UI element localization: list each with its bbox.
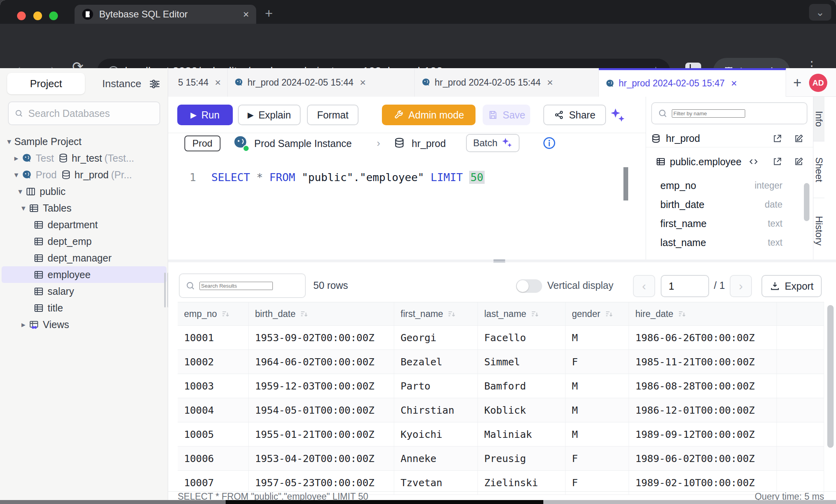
caret-down-icon[interactable]: ▾	[18, 203, 29, 213]
table-row[interactable]: 100021964-06-02T00:00:00ZBezalelSimmelF1…	[178, 350, 824, 374]
column-header[interactable]: gender	[566, 302, 629, 325]
tree-item-hr-test[interactable]: ▸ Test hr_test (Test...	[0, 150, 168, 166]
page-number-field[interactable]	[661, 275, 709, 297]
column-filter[interactable]	[651, 102, 807, 124]
column-header[interactable]: emp_no	[178, 302, 249, 325]
cell[interactable]: M	[566, 326, 629, 349]
tab-project[interactable]: Project	[7, 73, 85, 94]
sort-icon[interactable]	[447, 309, 456, 319]
cell[interactable]: M	[566, 422, 629, 446]
tree-item-table-salary[interactable]: salary	[0, 283, 168, 300]
filter-settings-icon[interactable]	[148, 78, 161, 90]
vertical-display-toggle[interactable]	[516, 279, 542, 293]
edit-icon[interactable]	[794, 134, 804, 144]
table-row[interactable]: 100051955-01-21T00:00:00ZKyoichiMaliniak…	[178, 422, 824, 447]
cell[interactable]: 1986-08-28T00:00:00Z	[629, 374, 777, 398]
browser-tab[interactable]: Bytebase SQL Editor ×	[75, 5, 256, 24]
database-search-input[interactable]	[27, 107, 159, 120]
format-button[interactable]: Format	[307, 105, 359, 125]
tree-item-hr-prod[interactable]: ▾ Prod hr_prod (Pr...	[0, 166, 168, 183]
column-row[interactable]: last_name text	[646, 233, 813, 252]
cell[interactable]: 1959-12-03T00:00:00Z	[249, 374, 394, 398]
cell[interactable]: 10001	[178, 326, 249, 349]
info-icon[interactable]	[543, 136, 556, 150]
cell[interactable]: Bezalel	[394, 350, 478, 374]
cell[interactable]: 1953-09-02T00:00:00Z	[249, 326, 394, 349]
next-page-button[interactable]: ›	[730, 275, 752, 297]
page-number-input[interactable]	[668, 280, 708, 292]
run-button[interactable]: ▶ Run	[177, 105, 233, 125]
cell[interactable]: 1986-06-26T00:00:00Z	[629, 326, 777, 349]
share-button[interactable]: Share	[543, 105, 606, 125]
cell[interactable]: Tzvetan	[394, 471, 478, 494]
cell[interactable]: M	[566, 398, 629, 422]
caret-down-icon[interactable]: ▾	[11, 170, 21, 179]
results-search[interactable]	[179, 273, 306, 298]
editor-tab-1[interactable]: 5 15:44 ×	[168, 68, 228, 97]
tree-item-views-group[interactable]: ▸ Views	[0, 316, 168, 333]
cell[interactable]: 1989-09-12T00:00:00Z	[629, 422, 777, 446]
editor-tab-4-active[interactable]: hr_prod 2024-02-05 15:47 ×	[599, 68, 786, 97]
tree-item-schema-public[interactable]: ▾ public	[0, 183, 168, 200]
column-header[interactable]: birth_date	[249, 302, 394, 325]
column-header[interactable]: last_name	[478, 302, 566, 325]
cell[interactable]: M	[566, 374, 629, 398]
column-filter-input[interactable]	[672, 109, 745, 118]
cell[interactable]: 1953-04-20T00:00:00Z	[249, 447, 394, 470]
export-button[interactable]: Export	[761, 275, 822, 297]
instance-name[interactable]: Prod Sample Instance	[254, 138, 352, 149]
panel-splitter[interactable]	[168, 260, 836, 262]
minimize-window-button[interactable]	[33, 11, 42, 20]
close-window-button[interactable]	[17, 11, 26, 20]
cell[interactable]: Facello	[478, 326, 566, 349]
results-scrollbar[interactable]	[827, 305, 834, 448]
ai-sparkle-icon[interactable]	[610, 108, 625, 124]
cell[interactable]: 1954-05-01T00:00:00Z	[249, 398, 394, 422]
cell[interactable]: F	[566, 471, 629, 494]
caret-down-icon[interactable]: ▾	[15, 187, 25, 196]
cell[interactable]: Bamford	[478, 374, 566, 398]
caret-down-icon[interactable]: ▾	[4, 137, 14, 146]
tab-search-button[interactable]: ⌄	[809, 4, 831, 21]
cell[interactable]: Anneke	[394, 447, 478, 470]
cell[interactable]: Chirstian	[394, 398, 478, 422]
tree-item-table-title[interactable]: title	[0, 300, 168, 316]
close-tab-icon[interactable]: ×	[360, 76, 366, 89]
tab-instance[interactable]: Instance	[92, 73, 151, 94]
results-search-input[interactable]	[199, 282, 273, 290]
column-list-scrollbar[interactable]	[804, 183, 809, 221]
cell[interactable]: Simmel	[478, 350, 566, 374]
caret-right-icon[interactable]: ▸	[18, 320, 29, 329]
editor-tab-3[interactable]: hr_prod 2024-02-05 15:44 ×	[415, 68, 599, 97]
cell[interactable]: 1955-01-21T00:00:00Z	[249, 422, 394, 446]
sort-icon[interactable]	[530, 309, 540, 319]
table-row[interactable]: 100011953-09-02T00:00:00ZGeorgiFacelloM1…	[178, 326, 824, 350]
close-tab-icon[interactable]: ×	[215, 76, 221, 89]
sort-icon[interactable]	[221, 309, 230, 319]
cell[interactable]: Parto	[394, 374, 478, 398]
tree-item-table-dept-emp[interactable]: dept_emp	[0, 233, 168, 250]
cell[interactable]: 10004	[178, 398, 249, 422]
tree-item-table-employee[interactable]: employee	[2, 266, 167, 283]
column-header[interactable]: hire_date	[629, 302, 777, 325]
tree-item-project[interactable]: ▾ Sample Project	[0, 133, 168, 150]
close-tab-icon[interactable]: ×	[731, 77, 737, 90]
cell[interactable]: 1989-06-02T00:00:00Z	[629, 447, 777, 470]
cell[interactable]: 10002	[178, 350, 249, 374]
cell[interactable]: Preusig	[478, 447, 566, 470]
cell[interactable]: 10003	[178, 374, 249, 398]
cell[interactable]: F	[566, 350, 629, 374]
table-row[interactable]: 100041954-05-01T00:00:00ZChirstianKoblic…	[178, 398, 824, 422]
external-link-icon[interactable]	[772, 157, 782, 167]
column-header[interactable]: first_name	[394, 302, 478, 325]
new-tab-button[interactable]: +	[265, 6, 273, 21]
maximize-window-button[interactable]	[49, 11, 58, 20]
table-row[interactable]: 100061953-04-20T00:00:00ZAnnekePreusigF1…	[178, 447, 824, 471]
close-tab-icon[interactable]: ×	[243, 8, 249, 21]
sql-code-line[interactable]: SELECT * FROM "public"."employee" LIMIT …	[211, 171, 485, 183]
cell[interactable]: 1964-06-02T00:00:00Z	[249, 350, 394, 374]
cell[interactable]: 10005	[178, 422, 249, 446]
tree-item-table-dept-manager[interactable]: dept_manager	[0, 250, 168, 266]
edit-icon[interactable]	[794, 157, 804, 167]
code-icon[interactable]	[748, 157, 759, 167]
